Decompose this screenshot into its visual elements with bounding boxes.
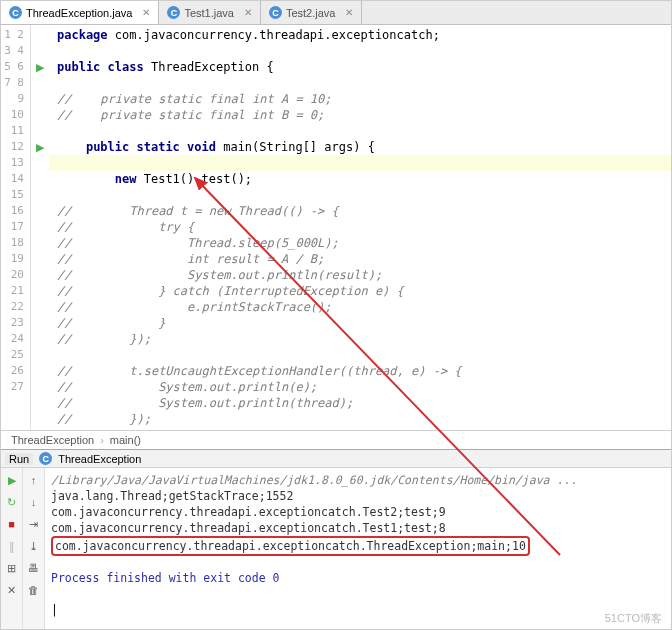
- class-icon: C: [167, 6, 180, 19]
- line-number-gutter: 1 2 3 4 5 6 7 8 9 10 11 12 13 14 15 16 1…: [1, 25, 31, 430]
- class-icon: C: [269, 6, 282, 19]
- run-gutter-icon[interactable]: ▶: [31, 59, 49, 75]
- layout-icon[interactable]: ⊞: [4, 560, 20, 576]
- pin-icon[interactable]: ✕: [4, 582, 20, 598]
- breadcrumb-method[interactable]: main(): [110, 434, 141, 446]
- breadcrumb-class[interactable]: ThreadException: [11, 434, 94, 446]
- scroll-icon[interactable]: ⤓: [26, 538, 42, 554]
- pause-icon[interactable]: ‖: [4, 538, 20, 554]
- tab-test1-java[interactable]: CTest1.java✕: [159, 1, 261, 24]
- class-icon: C: [9, 6, 22, 19]
- run-config-name: ThreadException: [58, 453, 141, 465]
- trash-icon[interactable]: 🗑: [26, 582, 42, 598]
- watermark: 51CTO博客: [605, 611, 662, 626]
- run-panel: Run C ThreadException ▶ ↻ ■ ‖ ⊞ ✕ ↑ ↓ ⇥ …: [1, 449, 671, 629]
- editor-tabs: CThreadException.java✕CTest1.java✕CTest2…: [1, 1, 671, 25]
- down-icon[interactable]: ↓: [26, 494, 42, 510]
- stop-icon[interactable]: ■: [4, 516, 20, 532]
- run-label[interactable]: Run: [5, 453, 33, 465]
- tab-test2-java[interactable]: CTest2.java✕: [261, 1, 363, 24]
- console-output[interactable]: /Library/Java/JavaVirtualMachines/jdk1.8…: [45, 468, 671, 629]
- rerun-icon[interactable]: ↻: [4, 494, 20, 510]
- run-gutter-icon[interactable]: ▶: [31, 139, 49, 155]
- class-icon: C: [39, 452, 52, 465]
- close-icon[interactable]: ✕: [142, 7, 150, 18]
- breadcrumb: ThreadException › main(): [1, 430, 671, 449]
- run-icon[interactable]: ▶: [4, 472, 20, 488]
- close-icon[interactable]: ✕: [244, 7, 252, 18]
- run-panel-header: Run C ThreadException: [1, 450, 671, 468]
- run-toolbar-left: ▶ ↻ ■ ‖ ⊞ ✕: [1, 468, 23, 629]
- code-editor[interactable]: package com.javaconcurrency.threadapi.ex…: [49, 25, 671, 430]
- close-icon[interactable]: ✕: [345, 7, 353, 18]
- chevron-right-icon: ›: [100, 434, 104, 446]
- tab-threadexception-java[interactable]: CThreadException.java✕: [1, 1, 159, 24]
- print-icon[interactable]: 🖶: [26, 560, 42, 576]
- gutter-icons: ▶▶: [31, 25, 49, 430]
- run-toolbar-right: ↑ ↓ ⇥ ⤓ 🖶 🗑: [23, 468, 45, 629]
- editor-area: 1 2 3 4 5 6 7 8 9 10 11 12 13 14 15 16 1…: [1, 25, 671, 430]
- up-icon[interactable]: ↑: [26, 472, 42, 488]
- wrap-icon[interactable]: ⇥: [26, 516, 42, 532]
